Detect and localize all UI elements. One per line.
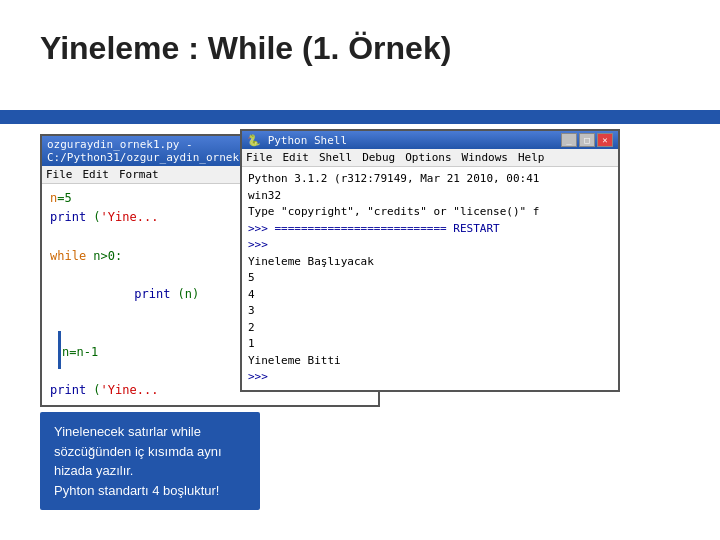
- shell-menubar: File Edit Shell Debug Options Windows He…: [242, 149, 618, 167]
- shell-out-3: Type "copyright", "credits" or "license(…: [248, 204, 612, 221]
- content-area: ozguraydin_ornek1.py - C:/Python31/ozgur…: [40, 124, 720, 540]
- shell-out-8: 4: [248, 287, 612, 304]
- shell-out-6: Yineleme Başlıyacak: [248, 254, 612, 271]
- shell-menu-help[interactable]: Help: [518, 151, 545, 164]
- shell-menu-shell[interactable]: Shell: [319, 151, 352, 164]
- shell-title-text: 🐍 Python Shell: [247, 134, 347, 147]
- shell-out-9: 3: [248, 303, 612, 320]
- shell-minimize-button[interactable]: _: [561, 133, 577, 147]
- shell-out-12: Yineleme Bitti: [248, 353, 612, 370]
- shell-window-controls: _ □ ✕: [561, 133, 613, 147]
- shell-window: 🐍 Python Shell _ □ ✕ File Edit Shell Deb…: [240, 129, 620, 392]
- shell-out-1: Python 3.1.2 (r312:79149, Mar 21 2010, 0…: [248, 171, 612, 188]
- menu-format[interactable]: Format: [119, 168, 159, 181]
- shell-out-2: win32: [248, 188, 612, 205]
- tooltip-text: Yinelenecek satırlar while sözcüğünden i…: [54, 424, 222, 498]
- slide-title: Yineleme : While (1. Örnek): [40, 30, 680, 67]
- shell-out-13: >>>: [248, 369, 612, 386]
- shell-out-5: >>>: [248, 237, 612, 254]
- menu-edit[interactable]: Edit: [83, 168, 110, 181]
- shell-titlebar: 🐍 Python Shell _ □ ✕: [242, 131, 618, 149]
- shell-menu-debug[interactable]: Debug: [362, 151, 395, 164]
- slide: Yineleme : While (1. Örnek) ozguraydin_o…: [0, 0, 720, 540]
- shell-out-4: >>> ========================== RESTART: [248, 221, 612, 238]
- bracket-indicator: [58, 331, 61, 369]
- tooltip-box: Yinelenecek satırlar while sözcüğünden i…: [40, 412, 260, 510]
- blue-bar: [0, 110, 720, 124]
- shell-menu-file[interactable]: File: [246, 151, 273, 164]
- menu-file[interactable]: File: [46, 168, 73, 181]
- shell-out-11: 1: [248, 336, 612, 353]
- shell-close-button[interactable]: ✕: [597, 133, 613, 147]
- shell-out-7: 5: [248, 270, 612, 287]
- shell-out-10: 2: [248, 320, 612, 337]
- shell-body: Python 3.1.2 (r312:79149, Mar 21 2010, 0…: [242, 167, 618, 390]
- shell-maximize-button[interactable]: □: [579, 133, 595, 147]
- shell-menu-options[interactable]: Options: [405, 151, 451, 164]
- shell-menu-edit[interactable]: Edit: [283, 151, 310, 164]
- shell-menu-windows[interactable]: Windows: [462, 151, 508, 164]
